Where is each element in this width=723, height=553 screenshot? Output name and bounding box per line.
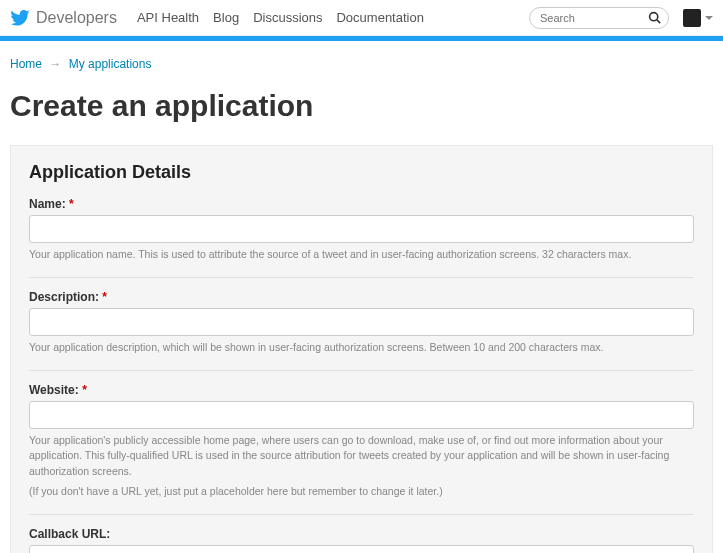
main-container: Home → My applications Create an applica… bbox=[0, 41, 723, 553]
svg-line-1 bbox=[657, 19, 660, 22]
breadcrumb: Home → My applications bbox=[10, 57, 713, 71]
nav-documentation[interactable]: Documentation bbox=[336, 10, 423, 25]
brand-text: Developers bbox=[36, 9, 117, 27]
divider bbox=[29, 277, 694, 278]
description-input[interactable] bbox=[29, 308, 694, 336]
brand[interactable]: Developers bbox=[10, 9, 117, 27]
description-field: Description: * Your application descript… bbox=[29, 290, 694, 356]
chevron-down-icon bbox=[705, 16, 713, 20]
website-helper-1: Your application's publicly accessible h… bbox=[29, 433, 694, 480]
website-field: Website: * Your application's publicly a… bbox=[29, 383, 694, 500]
application-details-panel: Application Details Name: * Your applica… bbox=[10, 145, 713, 553]
name-field: Name: * Your application name. This is u… bbox=[29, 197, 694, 263]
name-helper: Your application name. This is used to a… bbox=[29, 247, 694, 263]
website-label: Website: * bbox=[29, 383, 694, 397]
user-menu[interactable] bbox=[683, 9, 713, 27]
breadcrumb-home[interactable]: Home bbox=[10, 57, 42, 71]
application-details-heading: Application Details bbox=[29, 162, 694, 183]
nav-discussions[interactable]: Discussions bbox=[253, 10, 322, 25]
divider bbox=[29, 370, 694, 371]
breadcrumb-my-applications[interactable]: My applications bbox=[69, 57, 152, 71]
website-helper-2: (If you don't have a URL yet, just put a… bbox=[29, 484, 694, 500]
search-icon bbox=[648, 11, 661, 24]
topbar: Developers API Health Blog Discussions D… bbox=[0, 0, 723, 36]
name-label: Name: * bbox=[29, 197, 694, 211]
search-wrap bbox=[529, 7, 669, 29]
divider bbox=[29, 514, 694, 515]
description-helper: Your application description, which will… bbox=[29, 340, 694, 356]
required-mark: * bbox=[102, 290, 107, 304]
description-label: Description: * bbox=[29, 290, 694, 304]
required-mark: * bbox=[82, 383, 87, 397]
avatar bbox=[683, 9, 701, 27]
name-input[interactable] bbox=[29, 215, 694, 243]
page-title: Create an application bbox=[10, 89, 713, 123]
callback-field: Callback URL: Where should we return aft… bbox=[29, 527, 694, 554]
website-input[interactable] bbox=[29, 401, 694, 429]
nav-blog[interactable]: Blog bbox=[213, 10, 239, 25]
nav-api-health[interactable]: API Health bbox=[137, 10, 199, 25]
callback-label: Callback URL: bbox=[29, 527, 694, 541]
callback-input[interactable] bbox=[29, 545, 694, 554]
breadcrumb-arrow-icon: → bbox=[49, 57, 61, 71]
svg-point-0 bbox=[650, 12, 658, 20]
required-mark: * bbox=[69, 197, 74, 211]
top-nav: API Health Blog Discussions Documentatio… bbox=[137, 10, 424, 25]
twitter-bird-icon bbox=[10, 10, 30, 26]
